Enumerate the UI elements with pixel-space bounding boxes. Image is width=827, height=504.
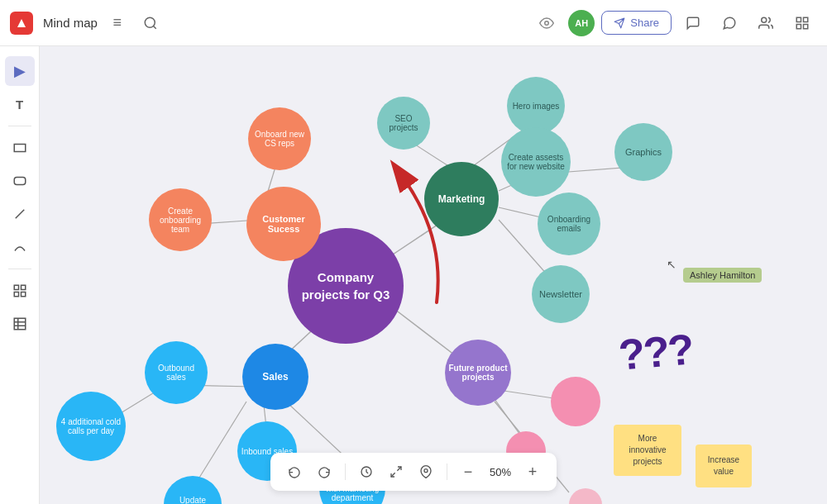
outbound-sales-label: Outbound sales [145, 360, 208, 385]
left-toolbar: ▶ T [0, 46, 40, 504]
create-assets-label: Create assests for new website [501, 148, 571, 176]
svg-line-10 [15, 210, 24, 219]
node-create-assets[interactable]: Create assests for new website [501, 127, 571, 197]
comment-icon[interactable] [678, 8, 708, 38]
cursor-arrow-icon: ↖ [667, 258, 676, 271]
svg-line-41 [397, 467, 401, 471]
svg-point-3 [762, 17, 767, 22]
svg-rect-9 [14, 178, 26, 185]
node-future-products[interactable]: Future product projects [445, 340, 511, 406]
node-create-onboarding[interactable]: Create onboarding team [149, 188, 212, 251]
node-pink-3[interactable] [569, 488, 602, 504]
seo-projects-label: SEO projects [377, 111, 430, 136]
svg-point-0 [145, 17, 155, 27]
canvas[interactable]: Company projects for Q3 Marketing Sales … [40, 46, 827, 504]
node-cold-calls[interactable]: 4 additional cold calls per day [56, 392, 126, 461]
node-onboarding-emails[interactable]: Onboarding emails [538, 193, 600, 255]
sticky-more-innovative[interactable]: More innovative projects [614, 425, 681, 476]
svg-rect-15 [14, 318, 26, 330]
search-button[interactable] [137, 10, 164, 36]
app-title: Mind map [43, 16, 98, 30]
undo-button[interactable] [282, 459, 307, 484]
tool-rounded-rect[interactable] [5, 166, 35, 196]
svg-line-1 [153, 26, 155, 28]
onboard-cs-reps-label: Onboard new CS reps [248, 126, 311, 151]
svg-line-42 [391, 473, 395, 477]
menu-icon[interactable]: ≡ [104, 10, 131, 36]
future-products-label: Future product projects [445, 360, 511, 385]
node-pink-1[interactable] [551, 377, 600, 426]
node-marketing[interactable]: Marketing [424, 162, 499, 236]
node-customer-success[interactable]: Customer Sucess [246, 187, 321, 261]
tool-table[interactable] [5, 309, 35, 339]
node-outbound-sales[interactable]: Outbound sales [145, 341, 208, 404]
node-hero-images[interactable]: Hero images [507, 77, 565, 135]
graphics-label: Graphics [625, 147, 662, 157]
view-icon[interactable] [532, 8, 562, 38]
node-sales[interactable]: Sales [242, 344, 308, 410]
cold-calls-label: 4 additional cold calls per day [56, 414, 126, 439]
toolbar-divider-2 [447, 464, 447, 480]
node-graphics[interactable]: Graphics [614, 123, 672, 181]
cursor-label: Ashley Hamilton [683, 268, 762, 283]
fit-button[interactable] [384, 459, 409, 484]
question-marks: ??? [617, 324, 695, 380]
location-button[interactable] [414, 459, 438, 484]
toolbar-divider [8, 126, 31, 126]
zoom-level: 50% [485, 466, 515, 478]
zoom-in-button[interactable]: + [520, 459, 545, 484]
tool-grid[interactable] [5, 276, 35, 306]
svg-point-43 [424, 469, 428, 473]
node-seo-projects[interactable]: SEO projects [377, 97, 430, 150]
svg-rect-13 [14, 292, 18, 297]
history-button[interactable] [354, 459, 379, 484]
svg-rect-6 [796, 24, 801, 28]
app-logo [10, 12, 33, 35]
pages-icon[interactable] [787, 8, 817, 38]
avatar[interactable]: AH [568, 10, 595, 36]
svg-rect-8 [14, 145, 26, 152]
svg-point-2 [545, 21, 549, 25]
tool-select[interactable]: ▶ [5, 56, 35, 86]
zoom-out-button[interactable]: − [456, 459, 480, 484]
cursor-user-name: Ashley Hamilton [690, 270, 755, 280]
tool-rect[interactable] [5, 133, 35, 163]
svg-rect-14 [21, 292, 25, 297]
svg-rect-4 [796, 17, 801, 21]
header: Mind map ≡ AH Share [0, 0, 827, 46]
node-newsletter[interactable]: Newsletter [532, 265, 590, 323]
share-label: Share [630, 17, 659, 29]
node-onboard-cs-reps[interactable]: Onboard new CS reps [248, 107, 311, 170]
newsletter-label: Newsletter [539, 289, 582, 299]
redo-button[interactable] [312, 459, 337, 484]
customer-success-label: Customer Sucess [246, 209, 321, 239]
onboarding-emails-label: Onboarding emails [538, 212, 600, 236]
node-update-salesforce[interactable]: Update salesforce [164, 476, 222, 504]
svg-rect-12 [21, 285, 25, 289]
chat-icon[interactable] [715, 8, 744, 38]
tool-connector[interactable] [5, 232, 35, 262]
toolbar-divider [345, 464, 346, 480]
bottom-toolbar: − 50% + [270, 453, 557, 491]
header-right: AH Share [532, 8, 817, 38]
people-icon[interactable] [751, 8, 781, 38]
svg-rect-7 [804, 24, 808, 28]
marketing-label: Marketing [438, 193, 485, 205]
tool-line[interactable] [5, 199, 35, 229]
sticky-increase-value[interactable]: Increase value [696, 445, 752, 487]
create-onboarding-label: Create onboarding team [149, 203, 212, 237]
svg-rect-11 [14, 285, 18, 289]
tool-text[interactable]: T [5, 89, 35, 119]
toolbar-divider-2 [8, 269, 31, 269]
share-button[interactable]: Share [601, 11, 672, 35]
update-salesforce-label: Update salesforce [164, 492, 222, 504]
svg-rect-5 [804, 17, 808, 21]
hero-images-label: Hero images [509, 98, 563, 114]
center-node-label: Company projects for Q3 [288, 262, 404, 310]
sales-label: Sales [262, 371, 288, 383]
